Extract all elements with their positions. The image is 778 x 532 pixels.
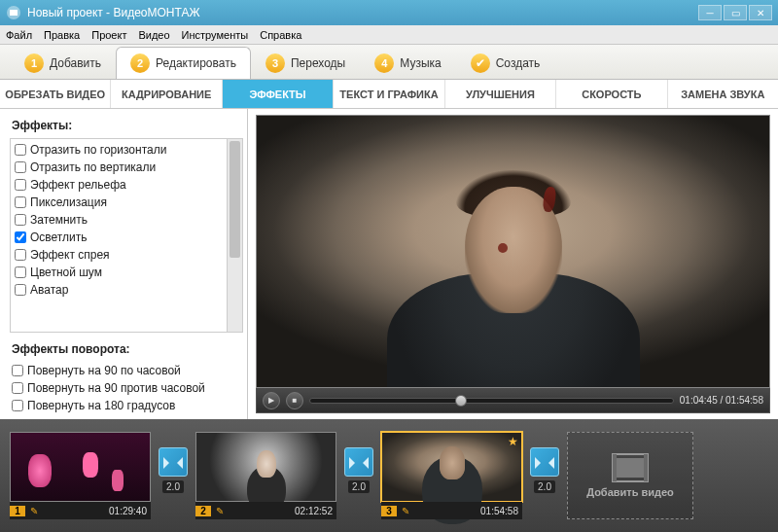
film-icon (612, 453, 649, 482)
effect-item[interactable]: Аватар (13, 281, 242, 299)
effect-item[interactable]: Осветлить (13, 229, 242, 246)
step-music[interactable]: 4Музыка (360, 47, 455, 79)
clip-meta: 2✎02:12:52 (195, 502, 336, 519)
player-controls: ▶ ■ 01:04:45 / 01:54:58 (256, 388, 770, 413)
pencil-icon[interactable]: ✎ (25, 506, 43, 516)
transition-slot[interactable]: 2.0 (530, 447, 559, 504)
pencil-icon[interactable]: ✎ (211, 506, 229, 516)
play-button[interactable]: ▶ (263, 392, 280, 409)
menu-video[interactable]: Видео (138, 29, 169, 41)
menu-project[interactable]: Проект (91, 29, 126, 41)
transition-icon (344, 447, 373, 477)
tab-effects[interactable]: ЭФФЕКТЫ (223, 80, 334, 108)
step-create[interactable]: ✔Создать (456, 47, 555, 79)
timeline-clip[interactable]: 2✎02:12:52 (195, 432, 336, 519)
step-add[interactable]: 1Добавить (10, 47, 116, 79)
step-transitions[interactable]: 3Переходы (251, 47, 360, 79)
effect-label: Эффект рельефа (30, 178, 126, 192)
effect-item[interactable]: Затемнить (13, 211, 242, 229)
clip-index: 1 (10, 506, 25, 516)
effects-scrollbar[interactable] (227, 139, 242, 332)
check-icon: ✔ (471, 53, 490, 73)
preview-panel: ▶ ■ 01:04:45 / 01:54:58 (248, 109, 778, 419)
clip-duration: 01:54:58 (480, 506, 522, 516)
tab-enhance[interactable]: УЛУЧШЕНИЯ (445, 80, 556, 108)
effect-label: Аватар (30, 283, 68, 297)
rotation-label: Повернуть на 180 градусов (27, 399, 175, 412)
maximize-button[interactable]: ▭ (724, 5, 747, 20)
video-preview[interactable] (256, 115, 770, 388)
close-button[interactable]: ✕ (749, 5, 772, 20)
transition-icon (159, 447, 188, 477)
scrollbar-thumb[interactable] (230, 141, 240, 258)
timeline-clip[interactable]: 1✎01:29:40 (10, 432, 151, 519)
rotation-item[interactable]: Повернуть на 90 по часовой (10, 362, 243, 379)
clip-meta: 3✎01:54:58 (381, 502, 522, 519)
effects-title: Эффекты: (12, 119, 243, 132)
step-edit[interactable]: 2Редактировать (116, 47, 251, 79)
transition-slot[interactable]: 2.0 (344, 447, 373, 504)
effect-item[interactable]: Цветной шум (13, 264, 242, 281)
rotation-checkbox[interactable] (12, 400, 23, 411)
transition-icon (530, 447, 559, 477)
effect-checkbox[interactable] (15, 266, 26, 278)
effect-checkbox[interactable] (15, 161, 26, 173)
menu-edit[interactable]: Правка (44, 29, 80, 41)
menu-bar: Файл Правка Проект Видео Инструменты Спр… (0, 25, 778, 45)
rotation-checkbox[interactable] (12, 365, 23, 376)
effect-item[interactable]: Отразить по вертикали (13, 159, 242, 176)
effect-label: Цветной шум (30, 266, 102, 279)
effect-checkbox[interactable] (15, 231, 26, 243)
tab-speed[interactable]: СКОРОСТЬ (556, 80, 667, 108)
clip-index: 3 (381, 506, 397, 516)
clip-thumbnail (195, 432, 336, 502)
transition-duration: 2.0 (534, 480, 555, 493)
effect-checkbox[interactable] (15, 179, 26, 191)
tab-trim[interactable]: ОБРЕЗАТЬ ВИДЕО (0, 80, 111, 108)
effect-checkbox[interactable] (15, 196, 26, 208)
time-display: 01:04:45 / 01:54:58 (680, 395, 763, 406)
rotation-item[interactable]: Повернуть на 90 против часовой (10, 379, 243, 397)
star-icon: ★ (508, 435, 518, 448)
tab-audio[interactable]: ЗАМЕНА ЗВУКА (668, 80, 778, 108)
menu-file[interactable]: Файл (6, 29, 32, 41)
pencil-icon[interactable]: ✎ (397, 506, 414, 516)
tab-crop[interactable]: КАДРИРОВАНИЕ (111, 80, 222, 108)
effect-checkbox[interactable] (15, 144, 26, 156)
effect-label: Эффект спрея (30, 248, 110, 262)
app-icon (6, 5, 21, 20)
effect-item[interactable]: Эффект рельефа (13, 176, 242, 194)
seek-bar[interactable] (309, 398, 674, 404)
rotation-item[interactable]: Повернуть на 180 градусов (10, 397, 243, 414)
menu-tools[interactable]: Инструменты (182, 29, 249, 41)
video-frame (257, 116, 769, 387)
seek-knob[interactable] (455, 395, 467, 407)
effect-item[interactable]: Отразить по горизонтали (13, 141, 242, 159)
stop-button[interactable]: ■ (286, 392, 303, 409)
effect-label: Осветлить (30, 231, 88, 244)
effect-label: Пикселизация (30, 195, 107, 209)
tab-text[interactable]: ТЕКСТ И ГРАФИКА (334, 80, 444, 108)
add-video-button[interactable]: Добавить видео (567, 432, 693, 519)
title-bar: Новый проект - ВидеоМОНТАЖ ─ ▭ ✕ (0, 0, 778, 25)
effect-item[interactable]: Эффект спрея (13, 246, 242, 264)
rotation-checkbox[interactable] (12, 382, 23, 394)
effect-label: Затемнить (30, 213, 88, 227)
menu-help[interactable]: Справка (260, 29, 301, 41)
minimize-button[interactable]: ─ (698, 5, 722, 20)
clip-index: 2 (195, 506, 211, 516)
transition-duration: 2.0 (162, 480, 184, 493)
svg-rect-5 (644, 454, 648, 481)
effects-panel: Эффекты: Отразить по горизонталиОтразить… (0, 109, 248, 419)
effect-checkbox[interactable] (15, 214, 26, 226)
subtabs: ОБРЕЗАТЬ ВИДЕО КАДРИРОВАНИЕ ЭФФЕКТЫ ТЕКС… (0, 80, 778, 109)
clip-thumbnail (381, 432, 522, 502)
clip-duration: 02:12:52 (295, 506, 336, 516)
svg-rect-3 (617, 458, 644, 478)
effect-checkbox[interactable] (15, 284, 26, 296)
transition-slot[interactable]: 2.0 (159, 447, 188, 504)
effect-item[interactable]: Пикселизация (13, 194, 242, 211)
timeline-clip[interactable]: ★3✎01:54:58 (381, 432, 522, 519)
effect-checkbox[interactable] (15, 249, 26, 261)
timeline: 1✎01:29:402.02✎02:12:522.0★3✎01:54:582.0… (0, 419, 778, 532)
